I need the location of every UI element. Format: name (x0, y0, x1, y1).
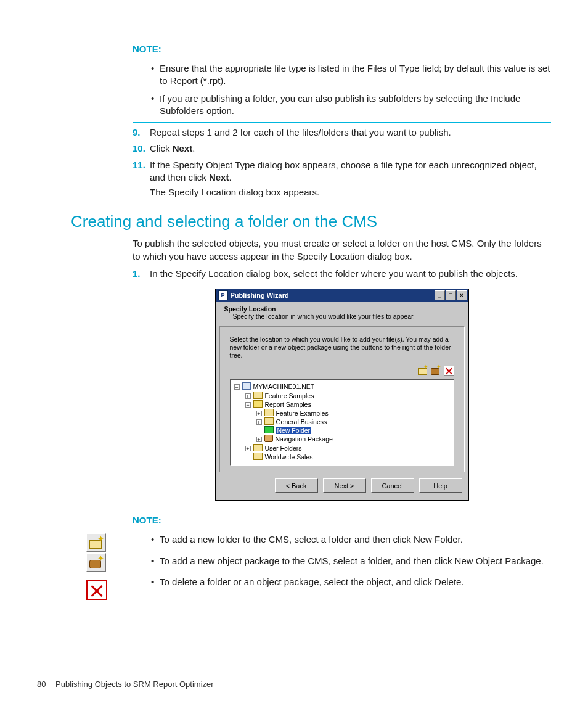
note2-item: To delete a folder or an object package,… (151, 576, 551, 588)
step-text: Repeat steps 1 and 2 for each of the fil… (150, 127, 451, 138)
step-text-post: . (229, 172, 231, 183)
tree-node[interactable]: Feature Samples (264, 392, 314, 400)
delete-icon (86, 580, 107, 600)
step-10: 10. Click Next. (133, 142, 551, 155)
expand-toggle[interactable]: + (245, 393, 251, 399)
new-package-icon[interactable] (431, 366, 440, 375)
tree-node[interactable]: Report Samples (264, 401, 311, 408)
chapter-title: Publishing Objects to SRM Report Optimiz… (55, 679, 213, 689)
expand-toggle[interactable]: + (245, 446, 251, 451)
step-11-sub: The Specify Location dialog box appears. (150, 186, 551, 199)
publishing-wizard-dialog: P Publishing Wizard _ □ × Specify Locati… (215, 289, 469, 501)
next-button[interactable]: Next > (323, 478, 366, 493)
tree-root[interactable]: MYMACHINE01.NET (253, 383, 314, 390)
back-button[interactable]: < Back (275, 478, 318, 493)
delete-icon[interactable] (444, 366, 454, 376)
step-text-post: . (192, 143, 195, 154)
dialog-title: Publishing Wizard (231, 292, 435, 299)
note2-item: To add a new object package to the CMS, … (151, 555, 551, 567)
folder-open-icon (253, 400, 263, 408)
note1-item: If you are publishing a folder, you can … (151, 92, 551, 118)
help-button[interactable]: Help (419, 478, 462, 493)
note1-list: Ensure that the appropriate file type is… (133, 62, 551, 117)
note2-item: To add a new folder to the CMS, select a… (151, 533, 551, 546)
step-number: 9. (133, 126, 141, 139)
new-folder-icon (86, 533, 106, 552)
note2-list: To add a new folder to the CMS, select a… (133, 533, 551, 588)
expand-toggle[interactable]: + (256, 411, 262, 416)
expand-toggle[interactable]: + (256, 437, 262, 442)
folder-icon (264, 417, 274, 425)
step-text-bold: Next (173, 143, 193, 154)
step-11: 11. If the Specify Object Type dialog bo… (133, 159, 551, 199)
section-intro: To publish the selected objects, you mus… (133, 237, 551, 263)
section-heading: Creating and selecting a folder on the C… (71, 212, 551, 231)
step-number: 11. (133, 159, 145, 171)
page-footer: 80 Publishing Objects to SRM Report Opti… (37, 679, 214, 689)
folder-icon (264, 409, 274, 416)
package-icon (264, 435, 273, 442)
step-number: 1. (133, 268, 141, 280)
expand-toggle[interactable]: − (234, 384, 240, 390)
minimize-button[interactable]: _ (435, 290, 445, 300)
server-icon (242, 382, 251, 390)
note-label-1: NOTE: (133, 44, 551, 54)
note1-item: Ensure that the appropriate file type is… (151, 62, 551, 88)
close-button[interactable]: × (457, 290, 467, 300)
maximize-button[interactable]: □ (446, 290, 456, 300)
step-9: 9. Repeat steps 1 and 2 for each of the … (133, 126, 551, 139)
tree-node[interactable]: User Folders (264, 445, 301, 452)
folder-new-icon (264, 426, 274, 433)
step-text: In the Specify Location dialog box, sele… (150, 268, 518, 279)
dialog-titlebar[interactable]: P Publishing Wizard _ □ × (216, 289, 468, 302)
app-icon: P (218, 290, 228, 300)
folder-tree[interactable]: − MYMACHINE01.NET + Feature Samples − Re… (230, 379, 454, 466)
folder-icon (253, 453, 263, 460)
dialog-subheading: Specify the location in which you would … (233, 313, 460, 320)
cancel-button[interactable]: Cancel (371, 478, 414, 493)
folder-icon (253, 444, 263, 451)
step-text-bold: Next (209, 172, 229, 183)
dialog-heading: Specify Location (224, 305, 460, 313)
margin-icons (86, 533, 107, 601)
dialog-instructions: Select the location to which you would l… (230, 335, 454, 359)
tree-node[interactable]: Navigation Package (275, 435, 332, 443)
tree-node[interactable]: General Business (276, 418, 327, 425)
tree-node[interactable]: Worldwide Sales (264, 453, 312, 461)
new-folder-icon[interactable] (418, 366, 427, 375)
step-text-pre: Click (150, 143, 173, 154)
page-number: 80 (37, 679, 46, 689)
tree-node[interactable]: Feature Examples (276, 409, 328, 417)
new-package-icon (86, 553, 106, 572)
expand-toggle[interactable]: − (245, 402, 251, 408)
step-number: 10. (133, 142, 145, 155)
expand-toggle[interactable]: + (256, 419, 262, 425)
folder-icon (253, 392, 263, 399)
steps-main: 1. In the Specify Location dialog box, s… (133, 268, 551, 280)
steps-top: 9. Repeat steps 1 and 2 for each of the … (133, 126, 551, 199)
note-label-2: NOTE: (133, 515, 551, 525)
step-text-pre: If the Specify Object Type dialog box ap… (150, 160, 537, 183)
step-1: 1. In the Specify Location dialog box, s… (133, 268, 551, 280)
tree-node-selected[interactable]: New Folder (276, 427, 311, 434)
